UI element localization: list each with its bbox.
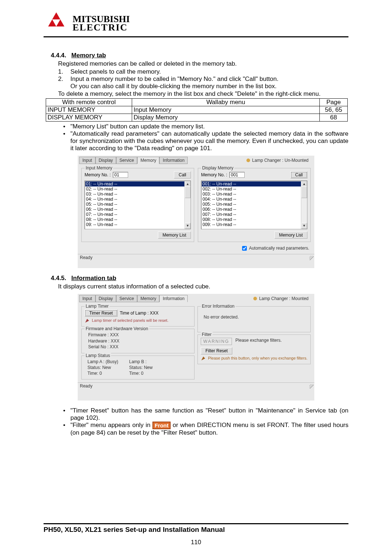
bullet-dot: • [63, 130, 65, 152]
brand-line2: ELECTRIC [73, 23, 130, 32]
table-row: INPUT MEMORY Input Memory 56, 65 [46, 106, 348, 114]
table-cell: Input Memory [132, 106, 320, 114]
auto-read-checkbox[interactable] [242, 246, 247, 251]
information-dialog-figure: Input Display Service Memory Information… [78, 294, 314, 401]
list-item[interactable]: 007: -- Un-read -- [202, 212, 307, 217]
call-button[interactable]: Call [174, 171, 191, 178]
brand-text: MITSUBISHI ELECTRIC [73, 15, 130, 32]
bullet-text: "Timer Reset" button has the same functi… [70, 407, 348, 422]
bullet2-part-a: "Filter" menu appears only in [70, 422, 152, 428]
svg-marker-2 [56, 20, 64, 27]
svg-marker-1 [48, 20, 56, 27]
lamp-a-status: Status: New [87, 365, 118, 370]
timer-reset-button[interactable]: Timer Reset [85, 309, 118, 317]
input-memory-listbox[interactable]: 01: -- Un-read -- 02: -- Un-read -- 03: … [85, 181, 191, 229]
status-bar: Ready [78, 254, 314, 261]
header-rule [44, 36, 348, 37]
lamp-a-label: Lamp A : (Busy) [87, 359, 118, 365]
step-num: 1. [58, 68, 65, 75]
scrollbar[interactable]: ▲ ▼ [301, 181, 307, 229]
list-item[interactable]: 07: -- Un-read -- [85, 212, 190, 217]
list-item[interactable]: 05: -- Un-read -- [85, 202, 190, 207]
time-of-lamp-label: Time of Lamp : XXX [120, 311, 159, 316]
display-memory-group: Display Memory Memory No. : Call 001: --… [198, 168, 311, 242]
list-item[interactable]: 005: -- Un-read -- [202, 202, 307, 207]
error-information-group: Error Information No error detected. [197, 306, 311, 332]
group-legend: Display Memory [201, 165, 234, 171]
table-header: Wallaby menu [132, 98, 320, 106]
memory-dialog-figure: Input Display Service Memory Information… [78, 156, 314, 268]
tab-memory[interactable]: Memory [137, 295, 159, 302]
tab-input[interactable]: Input [79, 295, 95, 302]
list-item[interactable]: 004: -- Un-read -- [202, 197, 307, 202]
tab-bar: Input Display Service Memory Information… [78, 294, 314, 303]
group-legend: Input Memory [85, 165, 113, 171]
list-item[interactable]: 01: -- Un-read -- [85, 181, 190, 186]
list-item[interactable]: 04: -- Un-read -- [85, 197, 190, 202]
step-list: 1.Select panels to call the memory. 2.In… [58, 68, 348, 83]
lamp-b-label: Lamp B : [129, 359, 153, 365]
scroll-down-icon[interactable]: ▼ [185, 223, 191, 229]
list-item[interactable]: 003: -- Un-read -- [202, 192, 307, 197]
display-memory-listbox[interactable]: 001: -- Un-read -- 002: -- Un-read -- 00… [201, 181, 307, 229]
resize-grip-icon[interactable] [309, 256, 314, 260]
tab-display[interactable]: Display [95, 295, 116, 302]
group-legend: Error Information [201, 304, 236, 309]
footer-title: PH50, XL50, XL21 series Set-up and Insta… [44, 526, 225, 534]
auto-read-checkbox-row: Automatically read parameters. [78, 243, 314, 254]
call-button[interactable]: Call [290, 171, 307, 178]
section-title: Memory tab [72, 52, 106, 59]
tab-display[interactable]: Display [95, 157, 116, 164]
pointer-icon [85, 318, 90, 323]
list-item[interactable]: 009: -- Un-read -- [202, 222, 307, 227]
brand-header: MITSUBISHI ELECTRIC [44, 12, 348, 34]
list-item[interactable]: 06: -- Un-read -- [85, 207, 190, 212]
bullet-dot: • [63, 422, 65, 436]
step-text: Select panels to call the memory. [70, 68, 348, 75]
list-item[interactable]: 006: -- Un-read -- [202, 207, 307, 212]
memno-input[interactable] [113, 172, 128, 178]
memory-list-button[interactable]: Memory List [158, 231, 191, 239]
resize-grip-icon[interactable] [309, 384, 314, 389]
table-cell: INPUT MEMORY [46, 106, 132, 114]
section-number: 4.4.5. [51, 275, 66, 282]
scroll-thumb[interactable] [301, 186, 307, 198]
table-cell: 68 [320, 114, 348, 121]
bullet-dot: • [63, 407, 65, 422]
document-page: MITSUBISHI ELECTRIC 4.4.4.Memory tab Reg… [0, 0, 392, 554]
tab-service[interactable]: Service [116, 157, 137, 164]
list-item[interactable]: 02: -- Un-read -- [85, 186, 190, 192]
list-item[interactable]: 08: -- Un-read -- [85, 217, 190, 222]
list-item[interactable]: 001: -- Un-read -- [202, 181, 307, 186]
tab-memory[interactable]: Memory [137, 157, 159, 164]
filter-reset-button[interactable]: Filter Reset [201, 347, 232, 354]
section-intro: Registered memories can be called or del… [58, 60, 348, 68]
tab-information[interactable]: Information [159, 295, 188, 302]
hardware-line: Hardware : XXX [88, 338, 191, 344]
svg-marker-0 [52, 12, 60, 20]
input-memory-group: Input Memory Memory No. : Call 01: -- Un… [81, 168, 194, 242]
scroll-thumb[interactable] [185, 186, 191, 198]
reference-table: With remote control Wallaby menu Page IN… [46, 98, 348, 122]
status-text: Ready [80, 255, 93, 260]
scroll-down-icon[interactable]: ▼ [301, 223, 307, 229]
bullet-list: •"Memory List" button can update the mem… [63, 123, 348, 152]
footer-rule [44, 523, 348, 524]
list-item[interactable]: 008: -- Un-read -- [202, 217, 307, 222]
scrollbar[interactable]: ▲ ▼ [184, 181, 191, 229]
list-item[interactable]: 002: -- Un-read -- [202, 186, 307, 192]
status-dot-icon [246, 159, 250, 162]
tab-input[interactable]: Input [79, 157, 95, 164]
section-number: 4.4.4. [51, 52, 66, 59]
memory-list-button[interactable]: Memory List [274, 231, 307, 239]
bullet-text: "Memory List" button can update the memo… [70, 123, 348, 130]
list-item[interactable]: 09: -- Un-read -- [85, 222, 190, 227]
lamp-a-time: Time: 0 [87, 370, 118, 376]
tab-service[interactable]: Service [116, 295, 137, 302]
status-bar: Ready [78, 382, 314, 389]
memno-input[interactable] [229, 172, 245, 178]
memno-label: Memory No. : [85, 172, 111, 177]
list-item[interactable]: 03: -- Un-read -- [85, 192, 190, 197]
tab-information[interactable]: Information [159, 157, 188, 164]
svg-marker-4 [201, 357, 205, 361]
